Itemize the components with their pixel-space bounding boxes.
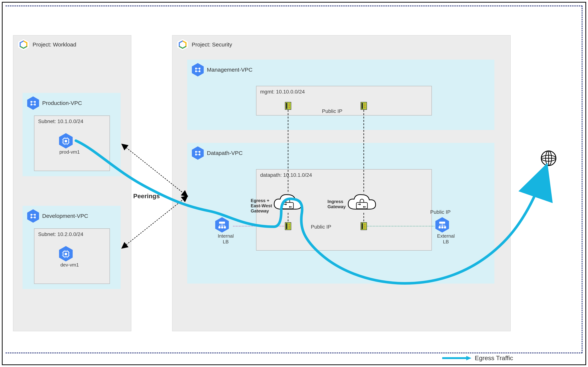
vpc-hex-icon: [191, 146, 204, 160]
development-vpc-title: Development-VPC: [42, 213, 88, 219]
svg-rect-71: [356, 202, 367, 209]
mgmt-subnet: mgmt: 10.10.0.0/24: [256, 86, 432, 116]
svg-marker-120: [466, 356, 472, 360]
project-workload-header: Project: Workload: [13, 35, 131, 54]
development-vpc-header: Development-VPC: [23, 206, 120, 226]
svg-point-92: [364, 225, 365, 227]
vpc-hex-icon: [191, 63, 204, 77]
svg-rect-3: [34, 101, 36, 102]
svg-rect-36: [65, 253, 67, 255]
svg-point-78: [289, 107, 290, 108]
svg-point-82: [364, 105, 365, 106]
datapath-vpc-header: Datapath-VPC: [188, 143, 494, 163]
prod-vm1-label: prod-vm1: [58, 149, 81, 155]
external-lb: External LB: [435, 217, 457, 245]
svg-rect-105: [439, 222, 445, 224]
nic-datapath-left: [285, 222, 291, 230]
project-workload: Project: Workload Production-VPC: [13, 35, 131, 331]
svg-rect-90: [362, 223, 363, 229]
development-subnet: Subnet: 10.2.0.0/24: [34, 228, 110, 284]
vpc-hex-icon: [27, 209, 40, 223]
production-subnet: Subnet: 10.1.0.0/24: [34, 116, 110, 171]
prod-vm1-node: prod-vm1: [58, 133, 81, 155]
svg-point-91: [364, 224, 365, 225]
svg-rect-52: [199, 68, 200, 69]
svg-rect-85: [286, 223, 287, 229]
svg-rect-107: [441, 226, 443, 228]
legend-arrow-icon: [442, 355, 472, 361]
dev-vm1-label: dev-vm1: [58, 262, 81, 268]
svg-point-88: [289, 227, 290, 229]
datapath-vpc-title: Datapath-VPC: [207, 150, 243, 156]
lb-hex-icon: [435, 217, 457, 233]
egress-gateway-icon: [272, 192, 303, 215]
svg-marker-1: [27, 96, 39, 110]
gcp-hex-icon: [176, 38, 189, 51]
ingress-gateway-icon: [346, 192, 377, 215]
compute-hex-icon: [58, 133, 81, 149]
svg-point-86: [289, 224, 290, 225]
svg-rect-54: [199, 71, 200, 72]
svg-rect-106: [439, 226, 441, 228]
production-vpc: Production-VPC Subnet: 10.1.0.0/24: [23, 93, 121, 176]
svg-rect-29: [34, 217, 36, 218]
svg-point-87: [289, 225, 290, 227]
svg-rect-28: [31, 217, 32, 218]
svg-rect-5: [34, 104, 36, 105]
vpc-hex-icon: [27, 96, 40, 110]
svg-point-77: [289, 105, 290, 106]
production-vpc-title: Production-VPC: [42, 100, 82, 106]
project-security-header: Project: Security: [173, 35, 510, 54]
external-lb-label: External LB: [435, 233, 457, 245]
svg-rect-4: [31, 104, 32, 105]
svg-rect-68: [282, 202, 293, 209]
peerings-label: Peerings: [133, 192, 160, 200]
svg-rect-53: [195, 71, 197, 72]
svg-point-76: [289, 103, 290, 105]
development-vpc: Development-VPC Subnet: 10.2.0.0/24: [23, 206, 121, 289]
nic-mgmt-left: [285, 102, 291, 110]
svg-rect-26: [31, 214, 32, 216]
datapath-public-ip-label: Public IP: [311, 224, 331, 230]
production-subnet-label: Subnet: 10.1.0.0/24: [34, 116, 109, 127]
ingress-gateway-label: Ingress Gateway: [327, 199, 348, 209]
svg-rect-96: [218, 226, 221, 228]
internal-lb: Internal LB: [215, 217, 237, 245]
svg-marker-25: [27, 209, 39, 223]
svg-rect-61: [199, 151, 200, 152]
egress-gateway-label: Egress + East-West Gateway: [251, 198, 275, 214]
gcp-hex-icon: [17, 38, 30, 51]
production-vpc-header: Production-VPC: [23, 93, 120, 113]
project-security-title: Project: Security: [192, 42, 232, 48]
project-security: Project: Security Management-VPC: [172, 35, 511, 331]
svg-rect-12: [65, 140, 67, 142]
project-workload-title: Project: Workload: [33, 42, 76, 48]
svg-point-81: [364, 103, 365, 105]
svg-marker-50: [192, 63, 204, 76]
dev-vm1-node: dev-vm1: [58, 245, 81, 268]
svg-rect-51: [195, 68, 197, 69]
svg-rect-108: [444, 226, 446, 228]
svg-rect-2: [31, 101, 32, 102]
svg-rect-62: [195, 154, 197, 155]
svg-rect-97: [221, 226, 223, 228]
svg-rect-63: [199, 154, 200, 155]
svg-rect-60: [195, 151, 197, 152]
external-lb-public-ip-label: Public IP: [430, 209, 451, 215]
svg-rect-95: [219, 222, 225, 224]
nic-datapath-right: [360, 222, 367, 230]
compute-hex-icon: [58, 245, 81, 262]
svg-rect-27: [34, 214, 36, 216]
lb-hex-icon: [215, 217, 237, 233]
management-vpc: Management-VPC mgmt: 10.10.0.0/24: [187, 60, 494, 130]
management-vpc-title: Management-VPC: [207, 67, 253, 73]
svg-rect-98: [224, 226, 226, 228]
internal-lb-label: Internal LB: [215, 233, 237, 245]
svg-rect-80: [362, 103, 363, 109]
svg-rect-75: [286, 103, 287, 109]
management-vpc-header: Management-VPC: [188, 60, 494, 80]
svg-point-93: [364, 227, 365, 229]
egress-traffic-text: Egress Traffic: [475, 354, 513, 362]
datapath-subnet-label: datapath: 10.10.1.0/24: [257, 169, 431, 181]
internet-globe-icon: [540, 150, 557, 167]
